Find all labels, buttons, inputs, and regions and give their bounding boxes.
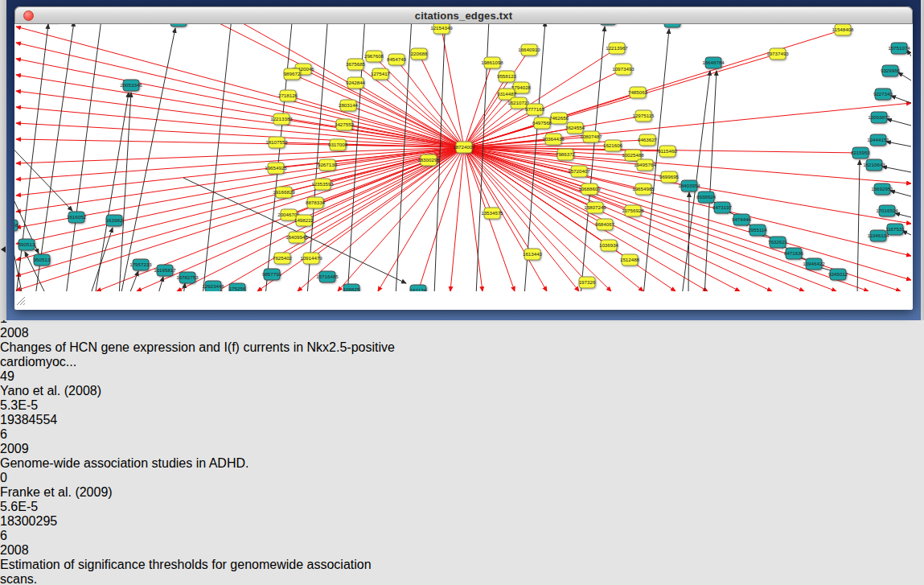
table-row[interactable]: 1830029562008Estimation of significance … [0,514,924,585]
graph-node-citing[interactable]: 175256 [229,283,246,291]
graph-node-citing[interactable]: 16782753 [176,272,199,283]
graph-node-citing[interactable]: 7632621 [768,237,788,248]
resize-grip-icon[interactable] [14,295,26,306]
graph-node-cited[interactable]: 13534575 [481,208,503,219]
graph-node-cited[interactable]: 9558123 [497,71,517,82]
graph-node-citing[interactable]: 16648784 [702,57,725,68]
graph-node-citing[interactable]: 108825 [343,284,360,291]
graph-node-cited[interactable]: 19861098 [481,57,503,68]
graph-node-citing[interactable]: 10946422 [803,258,825,270]
graph-node-cited[interactable]: 19654925 [265,163,287,174]
graph-node-cited[interactable]: 3675685 [346,59,366,70]
graph-node-citing[interactable]: 12093872 [868,112,890,123]
graph-node-citing[interactable]: 590513 [18,239,35,250]
graph-node-cited[interactable]: 2718126 [278,90,298,101]
graph-node-cited[interactable]: 19166829 [273,187,295,198]
graph-node-cited[interactable]: 10973493 [612,64,634,75]
graph-node-citing[interactable]: 15692951 [871,183,893,195]
graph-node-citing[interactable]: 15751074 [888,43,910,54]
graph-node-cited[interactable]: 9115460 [658,146,677,157]
graph-node-cited[interactable]: 12975115 [632,110,655,122]
graph-node-cited[interactable]: 1275417 [371,68,391,80]
graph-node-citing[interactable]: 2955114 [748,225,767,236]
graph-node-cited[interactable]: 10756928 [622,205,644,216]
graph-node-citing[interactable]: 12444151 [867,134,889,146]
graph-node-cited[interactable]: 7462656 [549,113,569,124]
graph-node-citing[interactable]: 8471636 [784,248,804,259]
graph-node-cited[interactable]: 9777169 [525,104,545,115]
graph-node-cited[interactable]: 18107552 [265,137,288,148]
graph-node-cited[interactable]: 9267130 [318,159,338,171]
graph-node-citing[interactable]: 6473197 [713,202,733,213]
graph-node-cited[interactable]: 18300295 [417,154,440,166]
graph-node-cited[interactable]: 10807487 [580,131,602,142]
graph-node-cited[interactable]: 16640910 [518,44,540,56]
graph-node-cited[interactable]: 8454749 [387,54,407,65]
graph-node-cited[interactable]: 1036934 [599,240,619,251]
graph-node-cited[interactable]: 12154349 [430,23,453,34]
graph-node-citing[interactable]: 16210643 [863,159,885,171]
graph-node-citing[interactable]: 9227343 [873,89,893,100]
graph-node-cited[interactable]: 16409948 [285,232,308,243]
graph-node-citing[interactable]: 9329966 [881,65,901,76]
graph-node-citing[interactable]: 9245012 [828,269,848,280]
graph-node-cited[interactable]: 15807249 [584,202,606,213]
network-canvas[interactable]: 2096824055724194241893120891406149461688… [14,6,913,309]
graph-node-cited[interactable]: 9684067 [595,219,615,230]
graph-node-cited[interactable]: 7625402 [273,253,293,264]
graph-node-cited[interactable]: 197326 [579,277,596,288]
graph-node-citing[interactable]: 161134 [410,285,427,291]
graph-node-cited[interactable]: 12353593 [311,179,334,190]
minimize-window-icon[interactable] [40,10,51,21]
zoom-window-icon[interactable] [57,10,68,21]
graph-node-cited[interactable]: 12213383 [270,113,293,125]
collapse-left-arrow-icon[interactable] [1,246,6,253]
graph-node-citing[interactable]: 12923448 [202,281,224,291]
graph-node-cited[interactable]: 7485063 [628,87,648,98]
graph-node-cited[interactable]: 10914479 [300,253,322,264]
graph-node-citing[interactable]: 109058 [14,220,18,231]
graph-node-cited[interactable]: 9317008 [328,139,348,150]
graph-node-citing[interactable]: 8215953 [851,147,871,159]
graph-node-citing[interactable]: 11046104 [867,230,889,241]
graph-node-citing[interactable]: 9474444 [732,214,752,225]
graph-node-cited[interactable]: 1621606 [603,140,623,151]
graph-node-citing[interactable]: 17957233 [129,259,152,270]
graph-node-citing[interactable]: 10195817 [154,265,176,276]
table-row[interactable]: 1938455462009Genome-wide association stu… [0,413,924,514]
graph-node-citing[interactable]: 8938924 [696,192,717,203]
graph-node-cited[interactable]: 20364436 [542,134,565,145]
graph-node-citing[interactable]: 9857791 [262,269,282,280]
close-window-icon[interactable] [23,10,34,21]
graph-node-cited[interactable]: 2803144 [339,100,359,111]
graph-node-citing[interactable]: 163982 [106,215,123,226]
graph-node-cited[interactable]: 989672 [284,68,301,80]
graph-node-cited[interactable]: 3624554 [565,122,585,134]
graph-node-cited[interactable]: 3427552 [335,119,355,130]
graph-node-cited[interactable]: 11548408 [832,24,854,35]
graph-node-cited[interactable]: 9242844 [346,77,366,89]
graph-node-cited[interactable]: 8878334 [306,197,326,208]
graph-node-cited[interactable]: 1512488 [620,254,640,266]
graph-node-citing[interactable]: 20053346 [120,80,142,91]
graph-node-citing[interactable]: 17016504 [876,205,898,216]
graph-node-citing[interactable]: 15716485 [316,271,339,282]
graph-node-citing[interactable]: 18403954 [678,180,700,192]
graph-node-cited[interactable]: 12213967 [606,43,628,54]
graph-node-cited[interactable]: 9463627 [638,134,658,146]
graph-node-cited[interactable]: 19495764 [634,159,656,171]
graph-node-cited[interactable]: 1613443 [523,249,543,260]
graph-node-cited[interactable]: 2967608 [364,51,384,62]
graph-node-cited[interactable]: 15720407 [568,166,590,177]
graph-node-cited[interactable]: 18724007 [453,142,475,153]
graph-node-cited[interactable]: 19737493 [766,48,789,60]
graph-node-cited[interactable]: 10688609 [578,183,601,195]
graph-node-cited[interactable]: 7986372 [556,149,576,160]
graph-node-citing[interactable]: 950513 [34,254,51,266]
graph-node-citing[interactable]: 2616052 [67,212,87,223]
graph-node-cited[interactable]: 1498222 [294,215,314,226]
network-window-titlebar[interactable]: citations_edges.txt [14,6,913,24]
graph-node-cited[interactable]: 9699695 [659,171,680,183]
graph-node-cited[interactable]: 19654985 [632,183,655,195]
graph-node-cited[interactable]: 220688 [411,48,428,60]
